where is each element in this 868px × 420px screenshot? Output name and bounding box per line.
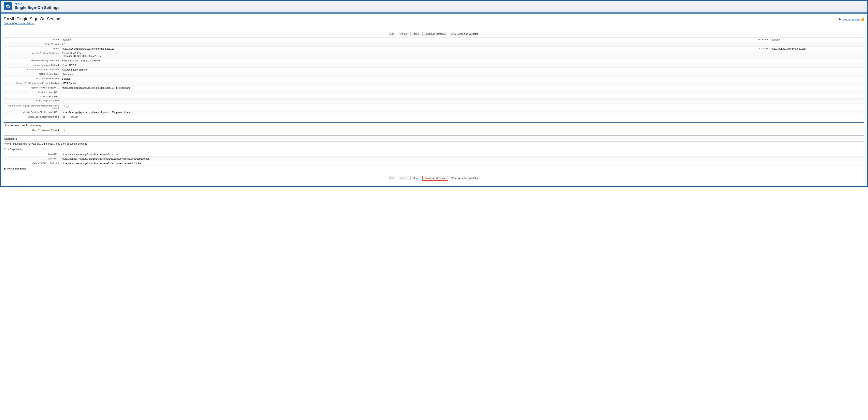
detail-label: Name xyxy=(4,37,61,41)
endpoint-row: OAuth 2.0 Token Endpointhttps://japancv-… xyxy=(4,161,864,166)
detail-value xyxy=(61,90,864,92)
detail-row: Assertion Decryption CertificateAssertio… xyxy=(4,67,864,72)
endpoint-value: https://japancv--mypage3.sandbox.my.sale… xyxy=(61,157,864,161)
endpoints-grid: Login URLhttps://japancv--mypage3.sandbo… xyxy=(4,152,864,166)
detail-row: NamefaceloginAPI Namefacelogin xyxy=(4,37,864,42)
endpoints-org-header: Your Organization xyxy=(4,147,864,152)
print-icon[interactable] xyxy=(839,18,842,21)
checkbox-unchecked xyxy=(62,105,64,107)
detail-row: Custom Error URL xyxy=(4,94,864,99)
clone-button-2[interactable]: Clone xyxy=(410,176,421,180)
detail-value: CN=idp-9b40cb2eExpiration: 12 Sep 2032 0… xyxy=(61,51,864,58)
detail-grid: NamefaceloginAPI NamefaceloginSAML Versi… xyxy=(4,37,864,119)
detail-label: Service Provider Initiated Request Bindi… xyxy=(4,81,61,85)
checkmark-icon xyxy=(62,100,65,103)
help-link[interactable]: Help for this Page xyxy=(843,18,860,21)
detail-row: SAML Identity LocationSubject xyxy=(4,77,864,81)
detail-label: SAML Identity Type xyxy=(4,72,61,76)
endpoints-desc: View SAML endpoints for your org, Experi… xyxy=(4,142,864,145)
detail-row: Identity Provider CertificateCN=idp-9b40… xyxy=(4,51,864,58)
header-title: Single Sign-On Settings xyxy=(14,5,60,10)
endpoint-label: OAuth 2.0 Token Endpoint xyxy=(4,161,61,165)
action-buttons-top: Edit Delete Clone Download Metadata SAML… xyxy=(4,32,864,36)
sso-icon xyxy=(4,2,12,10)
detail-value: https://facelogin.japancv.co.jp/realms/i… xyxy=(61,86,864,90)
detail-value: RSA-SHA256 xyxy=(61,63,864,67)
info-icon[interactable]: i xyxy=(66,105,68,108)
jit-provisioning-checkbox xyxy=(62,129,64,132)
detail-label: Issuer xyxy=(4,47,61,51)
detail-value: https://facelogin.japancv.co.jp/realms/i… xyxy=(61,47,746,51)
edit-button[interactable]: Edit xyxy=(388,32,396,36)
detail-value: facelogin xyxy=(61,37,746,42)
detail-row: Single Logout Request BindingHTTP Redire… xyxy=(4,115,864,119)
detail-row: Request Signature MethodRSA-SHA256 xyxy=(4,63,864,67)
detail-right-value: facelogin xyxy=(770,37,864,42)
detail-value: 2.0 xyxy=(61,42,864,47)
endpoints-section-header: Endpoints xyxy=(4,136,864,142)
back-link[interactable]: Back to Single Sign-On Settings xyxy=(4,22,34,25)
edit-button-2[interactable]: Edit xyxy=(388,176,396,180)
detail-value: https://facelogin.japancv.co.jp/realms/i… xyxy=(61,110,864,115)
download-metadata-button-2[interactable]: Download Metadata xyxy=(422,176,448,180)
detail-label: Request Signature Method xyxy=(4,63,61,67)
detail-label: Single Logout Enabled xyxy=(4,99,61,103)
help-icon[interactable]: ? xyxy=(861,18,864,21)
detail-right-label: Entity ID xyxy=(746,47,770,51)
decorative-strip xyxy=(1,12,867,14)
endpoint-label: Login URL xyxy=(4,152,61,156)
detail-value xyxy=(61,99,864,104)
detail-value: i xyxy=(61,104,864,108)
endpoint-value: https://japancv--mypage3.sandbox.my.sale… xyxy=(61,161,864,166)
endpoint-row: Login URLhttps://japancv--mypage3.sandbo… xyxy=(4,152,864,157)
detail-label: SAML Version xyxy=(4,42,61,46)
setup-header: SETUP Single Sign-On Settings xyxy=(1,1,867,12)
detail-row: Custom Logout URL xyxy=(4,90,864,94)
endpoint-row: Logout URLhttps://japancv--mypage3.sandb… xyxy=(4,157,864,161)
detail-value: Assertion not encrypted xyxy=(61,67,864,72)
detail-label: Single Logout Request Binding xyxy=(4,115,61,119)
download-metadata-button[interactable]: Download Metadata xyxy=(422,32,448,36)
delete-button[interactable]: Delete xyxy=(398,32,409,36)
jit-provisioning-label: User Provisioning Enabled xyxy=(4,128,61,132)
communities-expander[interactable]: For Communities xyxy=(4,166,864,172)
detail-label: SAML Identity Location xyxy=(4,77,61,81)
detail-row: Service Provider Initiated Request Bindi… xyxy=(4,81,864,86)
saml-validator-button[interactable]: SAML Assertion Validator xyxy=(449,32,480,36)
detail-label: Identity Provider Single Logout URL xyxy=(4,110,61,114)
detail-value xyxy=(61,94,864,96)
detail-label: Identity Provider Login URL xyxy=(4,86,61,90)
delete-button-2[interactable]: Delete xyxy=(398,176,409,180)
detail-label: Identity Provider Certificate xyxy=(4,51,61,55)
detail-row: Single Logout Enabled xyxy=(4,99,864,104)
triangle-right-icon xyxy=(4,168,6,170)
cert-link[interactable]: SelfSignedCert_12Apr2023_191453 xyxy=(62,59,100,62)
detail-row: Use Selected Request Signature Method fo… xyxy=(4,104,864,110)
detail-row: Request Signing CertificateSelfSignedCer… xyxy=(4,58,864,63)
endpoint-value: https://japancv--mypage3.sandbox.my.sale… xyxy=(61,152,864,157)
detail-label: Custom Logout URL xyxy=(4,90,61,94)
jit-section-header: Just-in-time User Provisioning xyxy=(4,122,864,128)
detail-row: Issuerhttps://facelogin.japancv.co.jp/re… xyxy=(4,47,864,51)
saml-validator-button-2[interactable]: SAML Assertion Validator xyxy=(449,176,480,180)
detail-value: HTTP Redirect xyxy=(61,115,864,119)
detail-row: Identity Provider Single Logout URLhttps… xyxy=(4,110,864,115)
detail-row: SAML Identity TypeUsername xyxy=(4,72,864,77)
detail-value: SelfSignedCert_12Apr2023_191453 xyxy=(61,58,864,63)
svg-rect-1 xyxy=(7,6,9,7)
breadcrumb: SETUP xyxy=(14,3,60,5)
action-buttons-bottom: Edit Delete Clone Download Metadata SAML… xyxy=(4,176,864,180)
detail-label: Assertion Decryption Certificate xyxy=(4,67,61,72)
clone-button[interactable]: Clone xyxy=(410,32,421,36)
page-title: SAML Single Sign-On Settings xyxy=(4,17,63,22)
detail-label: Custom Error URL xyxy=(4,94,61,99)
detail-value: HTTP Redirect xyxy=(61,81,864,86)
detail-label: Use Selected Request Signature Method fo… xyxy=(4,104,61,110)
detail-row: SAML Version2.0 xyxy=(4,42,864,47)
detail-row: Identity Provider Login URLhttps://facel… xyxy=(4,86,864,90)
detail-right-label: API Name xyxy=(746,37,770,41)
endpoint-label: Logout URL xyxy=(4,157,61,161)
detail-right-value: https://japancv.my.salesforce.com xyxy=(770,47,864,51)
detail-value: Username xyxy=(61,72,864,77)
communities-expander-label: For Communities xyxy=(7,167,26,170)
